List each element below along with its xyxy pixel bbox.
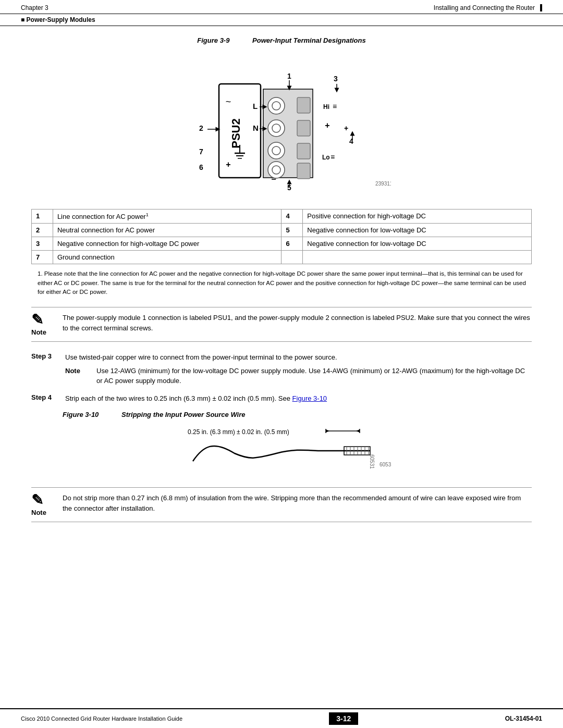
figure9-diagram: PSU2 ~ +: [31, 53, 532, 199]
footer-page: 3-12: [329, 712, 358, 725]
svg-text:4: 4: [349, 137, 353, 145]
header-separator: [540, 4, 542, 11]
step3-inner-note-label: Note: [65, 366, 91, 386]
svg-text:3: 3: [334, 75, 338, 83]
step4-content: Strip each of the two wires to 0.25 inch…: [65, 393, 532, 404]
step3-block: Step 3 Use twisted-pair copper wire to c…: [31, 352, 532, 386]
svg-text:0.25 in. (6.3 mm) ± 0.02 in. (: 0.25 in. (6.3 mm) ± 0.02 in. (0.5 mm): [188, 428, 289, 436]
col-num2: 6: [282, 237, 303, 251]
table-row: 2 Neutral connection for AC power 5 Nega…: [32, 224, 532, 237]
svg-text:+: +: [325, 121, 329, 130]
terminal-table: 1 Line connection for AC power1 4 Positi…: [31, 209, 532, 264]
step3-inner-note-text: Use 12-AWG (minimum) for the low-voltage…: [96, 366, 532, 386]
step4-block: Step 4 Strip each of the two wires to 0.…: [31, 393, 532, 404]
note1-text: The power-supply module 1 connection is …: [63, 313, 532, 333]
svg-text:+: +: [226, 160, 230, 169]
page-footer: Cisco 2010 Connected Grid Router Hardwar…: [0, 708, 563, 728]
svg-text:Hi: Hi: [323, 103, 329, 110]
svg-text:−: −: [271, 175, 276, 183]
psu-diagram-svg: PSU2 ~ +: [172, 53, 391, 199]
step4-label: Step 4: [31, 393, 60, 401]
col-num1: 1: [32, 209, 53, 224]
col-num1: 7: [32, 251, 53, 264]
page-header: Chapter 3 Installing and Connecting the …: [0, 0, 563, 14]
col-desc1: Negative connection for high-voltage DC …: [53, 237, 282, 251]
svg-rect-17: [297, 120, 310, 136]
step3-inner-note: Note Use 12-AWG (minimum) for the low-vo…: [65, 366, 532, 386]
col-desc2: Positive connection for high-voltage DC: [303, 209, 532, 224]
svg-text:60531: 60531: [380, 462, 391, 467]
footnote-section: 1. Please note that the line connection …: [31, 269, 532, 297]
header-chapter: Chapter 3: [21, 4, 48, 11]
col-num2: 5: [282, 224, 303, 237]
col-num2: [282, 251, 303, 264]
header-right: Installing and Connecting the Router: [434, 4, 542, 11]
figure10-diagram: 0.25 in. (6.3 mm) ± 0.02 in. (0.5 mm) 60…: [31, 425, 532, 477]
svg-text:~: ~: [226, 96, 231, 107]
table-row: 7 Ground connection: [32, 251, 532, 264]
svg-text:N: N: [253, 124, 259, 132]
table-row: 3 Negative connection for high-voltage D…: [32, 237, 532, 251]
page-subheader: ■ Power-Supply Modules: [0, 14, 563, 26]
note2-block: ✎ Note Do not strip more than 0.27 inch …: [31, 487, 532, 522]
figure10-caption: Figure 3-10 Stripping the Input Power So…: [63, 411, 532, 418]
footnote-text: 1. Please note that the line connection …: [38, 269, 532, 297]
svg-point-14: [268, 162, 285, 178]
table-row: 1 Line connection for AC power1 4 Positi…: [32, 209, 532, 224]
note1-icon: ✎: [31, 313, 43, 327]
note2-icon: ✎: [31, 493, 43, 508]
svg-text:+: +: [344, 124, 348, 132]
svg-text:60531: 60531: [369, 454, 375, 469]
note2-label: Note: [31, 509, 46, 516]
col-desc2: Negative connection for low-voltage DC: [303, 224, 532, 237]
subheader-label: Power-Supply Modules: [27, 16, 95, 23]
svg-text:7: 7: [199, 147, 203, 156]
svg-text:239311: 239311: [375, 181, 391, 187]
svg-point-12: [268, 142, 285, 159]
col-desc1: Ground connection: [53, 251, 282, 264]
figure310-link[interactable]: Figure 3-10: [292, 394, 327, 402]
step3-content: Use twisted-pair copper wire to connect …: [65, 352, 532, 386]
col-num1: 3: [32, 237, 53, 251]
svg-text:≡: ≡: [333, 102, 337, 110]
page-content: Figure 3-9 Power-Input Terminal Designat…: [0, 26, 563, 543]
note1-block: ✎ Note The power-supply module 1 connect…: [31, 307, 532, 342]
header-title: Installing and Connecting the Router: [434, 4, 535, 11]
footer-doc-id: OL-31454-01: [505, 715, 542, 722]
col-desc1: Line connection for AC power1: [53, 209, 282, 224]
svg-text:2: 2: [199, 124, 203, 132]
note2-label-container: ✎ Note: [31, 493, 57, 516]
footer-doc-title: Cisco 2010 Connected Grid Router Hardwar…: [21, 715, 182, 722]
svg-text:Lo: Lo: [322, 154, 330, 161]
svg-rect-18: [297, 143, 310, 159]
svg-text:L: L: [253, 102, 258, 110]
col-desc2: Negative connection for low-voltage DC: [303, 237, 532, 251]
psu2-label: PSU2: [229, 118, 242, 148]
svg-point-8: [268, 97, 285, 114]
step3-label: Step 3: [31, 352, 60, 360]
note1-label-container: ✎ Note: [31, 313, 57, 336]
figure9-caption: Figure 3-9 Power-Input Terminal Designat…: [31, 36, 532, 44]
svg-point-10: [268, 120, 285, 137]
svg-text:6: 6: [199, 163, 203, 171]
svg-rect-19: [297, 163, 310, 179]
col-num1: 2: [32, 224, 53, 237]
svg-marker-49: [356, 429, 360, 433]
col-num2: 4: [282, 209, 303, 224]
col-desc2: [303, 251, 532, 264]
note2-text: Do not strip more than 0.27 inch (6.8 mm…: [63, 493, 532, 513]
svg-text:≡: ≡: [331, 153, 335, 161]
svg-marker-48: [326, 429, 329, 433]
svg-text:1: 1: [287, 72, 291, 80]
col-desc1: Neutral connection for AC power: [53, 224, 282, 237]
note1-label: Note: [31, 328, 46, 336]
wire-diagram-svg: 0.25 in. (6.3 mm) ± 0.02 in. (0.5 mm) 60…: [172, 425, 391, 477]
svg-rect-16: [297, 97, 310, 113]
